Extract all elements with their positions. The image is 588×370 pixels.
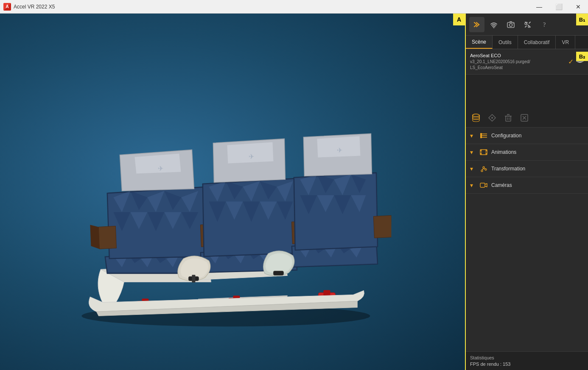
main-layout: ✈ — [0, 14, 588, 370]
viewport[interactable]: ✈ — [0, 14, 465, 370]
tab-vr[interactable]: VR — [556, 36, 575, 49]
tab-bar: Scène Outils Collaboratif VR — [466, 36, 588, 49]
svg-point-90 — [481, 170, 483, 172]
tree-item-configuration[interactable]: ▾ Configuration — [466, 128, 588, 144]
svg-text:✈: ✈ — [158, 165, 163, 172]
svg-rect-71 — [506, 116, 511, 121]
mini-toolbar — [466, 108, 588, 128]
svg-point-70 — [491, 117, 493, 119]
tools-button[interactable] — [520, 17, 535, 32]
list-icon — [480, 132, 487, 139]
wrench-cross-icon — [524, 21, 532, 28]
panel-toolbar: ? — [466, 14, 588, 36]
scene-item-text: AeroSeat ECO v3_20.1_LNE20200516 purged/… — [470, 53, 566, 71]
fps-label: FPS de rendu : — [470, 362, 503, 367]
svg-rect-96 — [480, 183, 485, 187]
animations-icon — [479, 148, 488, 156]
label-b2: B₂ — [576, 52, 588, 61]
tree-label-transformation: Transformation — [491, 166, 584, 172]
scene-item-check[interactable]: ✓ — [568, 58, 574, 66]
tree-label-cameras: Caméras — [491, 182, 584, 188]
tree-section-configuration: ▾ Configuration — [466, 128, 588, 144]
svg-text:✈: ✈ — [337, 147, 342, 154]
minimize-button[interactable]: — — [529, 0, 549, 14]
diamond-button[interactable] — [486, 112, 498, 124]
transform-icon-svg — [480, 165, 487, 172]
stats-title: Statistiques — [470, 355, 584, 360]
svg-point-58 — [493, 27, 495, 28]
scene-panel-body: ▾ Configuration — [466, 75, 588, 351]
x-box-icon — [520, 114, 529, 122]
film-icon — [480, 149, 487, 156]
diamond-icon — [488, 114, 496, 122]
tree-item-animations[interactable]: ▾ Animations — [466, 144, 588, 160]
cameras-icon — [479, 181, 488, 189]
tab-scene[interactable]: Scène — [466, 36, 493, 49]
svg-rect-85 — [480, 153, 482, 155]
scene-item-line2: v3_20.1_LNE20200516 purged/ — [470, 59, 566, 65]
forward-arrows-icon — [473, 21, 481, 28]
svg-point-91 — [483, 167, 484, 168]
tree-label-animations: Animations — [491, 149, 584, 155]
database-icon — [471, 113, 481, 122]
svg-point-61 — [513, 23, 514, 24]
tree-arrow-cameras: ▾ — [470, 182, 476, 189]
screenshot-button[interactable] — [503, 17, 518, 32]
scene-item-name: AeroSeat ECO — [470, 53, 566, 59]
tree-section-animations: ▾ Animations — [466, 144, 588, 161]
tree-arrow-transformation: ▾ — [470, 165, 476, 172]
tree-section-transformation: ▾ Transformation — [466, 161, 588, 177]
svg-rect-86 — [486, 150, 487, 151]
svg-rect-82 — [480, 136, 482, 138]
wifi-button[interactable] — [486, 17, 501, 32]
delete-button[interactable] — [502, 112, 514, 124]
close-button[interactable]: ✕ — [568, 0, 588, 14]
label-a: A — [453, 14, 465, 25]
titlebar: A Accel VR 2022 X5 — ⬜ ✕ — [0, 0, 588, 14]
configuration-icon — [479, 131, 488, 140]
fps-number: 153 — [503, 362, 510, 367]
forward-button[interactable] — [469, 17, 484, 32]
svg-line-94 — [484, 168, 486, 169]
scene-item-line3: LS_EcoAeroSeat — [470, 65, 566, 71]
svg-point-68 — [473, 114, 479, 117]
network-icon — [490, 21, 498, 28]
seat-3d-illustration: ✈ — [60, 66, 391, 328]
tree-item-cameras[interactable]: ▾ Caméras — [466, 177, 588, 193]
window-controls: — ⬜ ✕ — [529, 0, 588, 13]
tree-arrow-configuration: ▾ — [470, 132, 476, 139]
stats-area: Statistiques FPS de rendu : 153 — [466, 351, 588, 370]
fps-value: FPS de rendu : 153 — [470, 362, 584, 367]
help-icon: ? — [541, 21, 549, 28]
tree-arrow-animations: ▾ — [470, 149, 476, 156]
label-b1: B₁ — [576, 14, 588, 25]
svg-text:?: ? — [543, 22, 546, 28]
scene-item-entry[interactable]: AeroSeat ECO v3_20.1_LNE20200516 purged/… — [466, 49, 588, 75]
svg-rect-81 — [480, 135, 482, 136]
clear-button[interactable] — [518, 112, 530, 124]
svg-text:✈: ✈ — [249, 153, 254, 160]
tree-label-configuration: Configuration — [491, 133, 584, 139]
svg-rect-87 — [486, 153, 487, 155]
empty-scene-area — [466, 75, 588, 108]
app-icon: A — [3, 3, 11, 11]
database-button[interactable] — [470, 112, 482, 124]
camera-movie-icon — [480, 182, 487, 189]
tree-section-cameras: ▾ Caméras — [466, 177, 588, 194]
tab-collaboratif[interactable]: Collaboratif — [518, 36, 556, 49]
svg-rect-51 — [273, 271, 283, 275]
transformation-icon — [479, 164, 488, 173]
right-panel: B₁ — [465, 14, 588, 370]
app-title: Accel VR 2022 X5 — [14, 4, 55, 10]
tab-outils[interactable]: Outils — [493, 36, 518, 49]
svg-rect-80 — [480, 133, 482, 135]
trash-icon — [504, 114, 512, 122]
svg-rect-84 — [480, 150, 482, 151]
svg-line-93 — [482, 168, 484, 170]
camera-icon — [507, 21, 515, 28]
maximize-button[interactable]: ⬜ — [549, 0, 568, 14]
svg-rect-50 — [192, 275, 195, 282]
help-button[interactable]: ? — [537, 17, 552, 32]
tree-item-transformation[interactable]: ▾ Transformation — [466, 161, 588, 177]
svg-point-60 — [510, 23, 512, 26]
